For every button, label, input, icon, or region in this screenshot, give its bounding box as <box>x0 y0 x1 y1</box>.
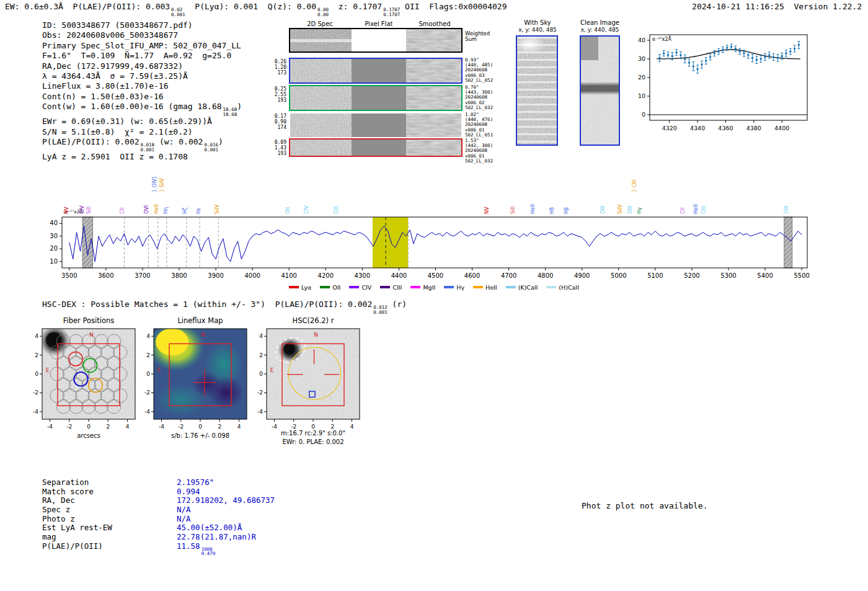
spec2d-row-annotation: 0.70"(443, 300)20240608v006_02502_LL_032 <box>465 85 508 110</box>
x-tick-label: 3700 <box>135 272 150 279</box>
x-tick-label: 4100 <box>281 272 296 279</box>
text-run: N/A <box>177 514 191 523</box>
cutout-image <box>148 325 247 419</box>
x-tick-label: 4900 <box>574 272 590 279</box>
x-tick-label: 0 <box>198 424 202 430</box>
legend-item: OII <box>320 284 340 291</box>
x-tick-label: 4200 <box>318 272 334 279</box>
text-run: OII Flags:0x00004029 <box>400 2 507 11</box>
text-run: (r) <box>388 300 407 309</box>
legend-item: Lyα <box>289 284 311 291</box>
cutout-image <box>39 326 135 419</box>
fiber-xlabel: arcsecs <box>42 432 135 439</box>
x-tick-label: 4 <box>350 424 354 430</box>
text-run: ) <box>218 137 223 146</box>
spectral-line-label: Hδ <box>549 207 555 214</box>
noise-image <box>290 113 352 137</box>
x-tick-label: 4000 <box>244 272 260 279</box>
y-tick-label: -2 <box>144 389 150 396</box>
withsky-title: With Sky <box>503 19 572 26</box>
y-tick-label: 30 <box>50 233 58 239</box>
spectral-line-label: Hγ <box>637 207 642 214</box>
match-table-label: Spec z <box>42 505 177 515</box>
x-tick-label: 3500 <box>61 272 77 279</box>
data-point <box>781 55 783 58</box>
masked-region <box>581 37 598 60</box>
fiber-positions-panel: -4-4-2-2002244NE <box>26 325 139 432</box>
emission-line-fit-plot: 01020304043204340436043804400e⁻¹⁷x2Å <box>627 29 813 135</box>
spec2d-row <box>289 85 463 111</box>
text-run: N/A <box>177 505 191 514</box>
data-point <box>717 50 720 53</box>
compass-north: N <box>314 332 318 338</box>
text-run: (w: 0.002 <box>154 137 203 146</box>
text-run: λ = 4364.43Å σ = 7.59(±3.25)Å <box>42 71 188 81</box>
smoothed-strip <box>406 29 461 51</box>
data-point <box>756 59 758 61</box>
data-point <box>726 47 728 49</box>
spectral-line-group-label: } SiIV <box>159 178 165 192</box>
pixel-flat-strip <box>352 29 407 51</box>
info-line: LyA z = 2.5901 OII z = 0.1708 <box>42 152 242 162</box>
info-line: Obs: 20240608v006_5003348677 <box>42 30 242 40</box>
hsc-caption-2: EWr: 0. PLAE: 0.002 <box>257 438 369 445</box>
info-line: Primary Spec_Slot_IFU_AMP: 502_070_047_L… <box>42 41 242 51</box>
match-table-label: Separation <box>42 478 177 487</box>
text-run: Cont(n) = 1.50(±0.03)e-16 <box>42 92 164 101</box>
spec2d-row-left-labels: 0.252.55193 <box>265 87 286 103</box>
clean-title: Clean Image <box>567 19 632 26</box>
super-sub-fraction: 18.6818.68 <box>223 107 237 117</box>
noise-image <box>290 140 352 156</box>
x-tick-label: 4400 <box>391 272 407 279</box>
y-tick-label: 20 <box>50 245 58 252</box>
spectral-line-label: CIV <box>79 205 85 214</box>
data-point <box>735 48 737 50</box>
data-point <box>738 50 741 53</box>
info-line: ID: 5003348677 (5003348677.pdf) <box>42 20 242 30</box>
x-tick-label: 4800 <box>538 272 553 279</box>
catalog-match-table: Separation2.19576"Match score0.994RA, De… <box>42 478 275 551</box>
x-tick-label: -2 <box>66 424 72 430</box>
hsc-r-image-panel: -4-4-2-2002244NE <box>250 325 363 432</box>
smoothed-strip <box>406 86 461 110</box>
y-tick-label: 10 <box>50 258 58 265</box>
2d-spec-strip <box>290 86 352 110</box>
withsky-image-panel <box>516 35 558 146</box>
x-tick-label: 5200 <box>684 272 699 279</box>
y-tick-label: 0 <box>35 371 38 377</box>
super-sub-fraction: 0.17070.1707 <box>383 7 400 17</box>
pixel-flat-strip <box>352 59 407 82</box>
weighted-sum-row <box>289 28 463 53</box>
x-tick-label: -2 <box>178 424 184 430</box>
data-point <box>684 58 686 60</box>
text-run: HSC-DEX : Possible Matches = 1 (within +… <box>42 300 372 309</box>
match-table-label: P(LAE)/P(OII) <box>42 542 177 551</box>
smoothed-strip <box>406 59 461 82</box>
compass-north: N <box>89 332 94 338</box>
x-tick-label: 5500 <box>794 272 809 279</box>
data-point <box>785 52 787 55</box>
legend-swatch <box>349 286 359 288</box>
spec2d-row <box>289 112 463 138</box>
spec2d-row <box>289 58 463 84</box>
y-tick-label: -4 <box>144 409 150 415</box>
match-table-row: mag22.78(21.87,nan)R <box>42 533 275 542</box>
pixel-flat-strip <box>352 86 407 110</box>
data-point <box>714 52 716 55</box>
spectral-line-label: Hζ <box>182 208 188 214</box>
match-table-row: Spec zN/A <box>42 505 275 515</box>
info-line: Cont(w) = 1.60(±0.00)e-16 (gmag 18.6818.… <box>42 102 242 117</box>
plot-frame <box>650 35 807 120</box>
data-point <box>675 51 678 54</box>
x-tick-label: 2 <box>330 424 334 430</box>
weighted-sum-label: WeightedSum <box>465 31 490 42</box>
spectral-line-label: Hη <box>163 207 169 214</box>
match-table-value: N/A <box>177 505 191 514</box>
data-point <box>693 65 695 68</box>
text-run: ID: 5003348677 (5003348677.pdf) <box>42 20 193 30</box>
spectral-line-label: OIII <box>627 206 633 214</box>
legend-item: HeII <box>473 284 497 291</box>
hsc-caption-1: m:16.7 rc:2.9" s:0.0" <box>257 430 369 437</box>
y-tick-label: 4 <box>35 333 38 339</box>
super-sub-fraction: 0.0120.001 <box>373 305 388 314</box>
